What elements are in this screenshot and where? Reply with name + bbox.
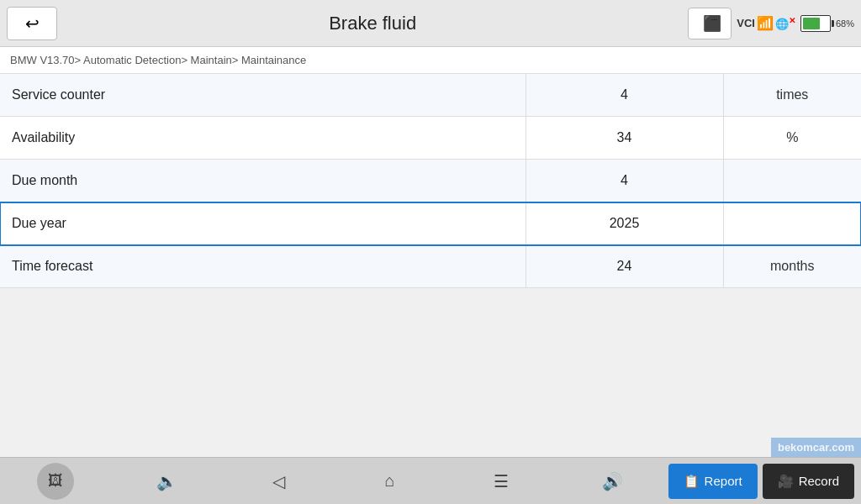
table-row: Service counter4times: [0, 74, 861, 117]
wifi-icon: 📶: [757, 15, 774, 31]
battery-indicator: 68%: [800, 15, 854, 32]
battery-fill: [803, 18, 820, 29]
table-row: Due year2025: [0, 202, 861, 245]
row-value: 2025: [526, 202, 723, 245]
record-icon: 🎥: [778, 474, 794, 489]
nav-icons-left: 🖼 🔈 ◁ ⌂ ☰ 🔊: [0, 463, 668, 500]
nav-buttons-right: 📋 Report 🎥 Record: [668, 464, 861, 499]
row-label: Due month: [0, 160, 526, 202]
table-row: Time forecast24months: [0, 245, 861, 288]
record-label: Record: [799, 474, 839, 488]
row-label: Availability: [0, 117, 526, 160]
battery-tip: [832, 20, 834, 27]
data-table: Service counter4timesAvailability34%Due …: [0, 74, 861, 288]
row-value: 24: [526, 245, 723, 288]
nav-back-icon[interactable]: ◁: [260, 463, 297, 500]
row-label: Service counter: [0, 74, 526, 117]
vci-label: VCI: [737, 17, 755, 29]
report-button[interactable]: 📋 Report: [668, 464, 758, 499]
row-unit: times: [723, 74, 861, 117]
battery-percent: 68%: [836, 18, 854, 29]
table-row: Due month4: [0, 160, 861, 202]
nav-menu-icon[interactable]: ☰: [483, 463, 520, 500]
report-label: Report: [705, 474, 742, 488]
row-value: 34: [526, 117, 723, 160]
nav-home-icon[interactable]: ⌂: [371, 463, 408, 500]
row-label: Time forecast: [0, 245, 526, 288]
msg-dots: ···: [711, 15, 718, 24]
breadcrumb-text: BMW V13.70> Automatic Detection> Maintai…: [10, 54, 306, 66]
breadcrumb: BMW V13.70> Automatic Detection> Maintai…: [0, 47, 861, 74]
report-icon: 📋: [684, 474, 700, 489]
bottom-nav: 🖼 🔈 ◁ ⌂ ☰ 🔊 📋 Report 🎥 Record: [0, 457, 861, 504]
back-icon: ↩: [25, 13, 40, 34]
nav-volume-up-icon[interactable]: 🔊: [594, 463, 631, 500]
row-unit: [723, 160, 861, 202]
row-unit: months: [723, 245, 861, 288]
row-unit: [723, 202, 861, 245]
header: ↩ Brake fluid ⬛ ··· VCI 📶 🌐✕ 68%: [0, 0, 861, 47]
nav-gallery-icon[interactable]: 🖼: [37, 463, 74, 500]
record-button[interactable]: 🎥 Record: [763, 464, 854, 499]
header-icons: ⬛ ··· VCI 📶 🌐✕ 68%: [688, 8, 854, 39]
row-value: 4: [526, 74, 723, 117]
back-button[interactable]: ↩: [7, 7, 57, 40]
battery-box: [800, 15, 831, 32]
table-row: Availability34%: [0, 117, 861, 160]
watermark: bekomcar.com: [771, 438, 861, 457]
row-value: 4: [526, 160, 723, 202]
vci-status: VCI 📶 🌐✕: [737, 15, 795, 31]
row-label: Due year: [0, 202, 526, 245]
nav-volume-down-icon[interactable]: 🔈: [149, 463, 186, 500]
page-title: Brake fluid: [57, 13, 688, 34]
globe-icon: 🌐✕: [775, 16, 795, 30]
message-button[interactable]: ⬛ ···: [688, 8, 732, 39]
row-unit: %: [723, 117, 861, 160]
